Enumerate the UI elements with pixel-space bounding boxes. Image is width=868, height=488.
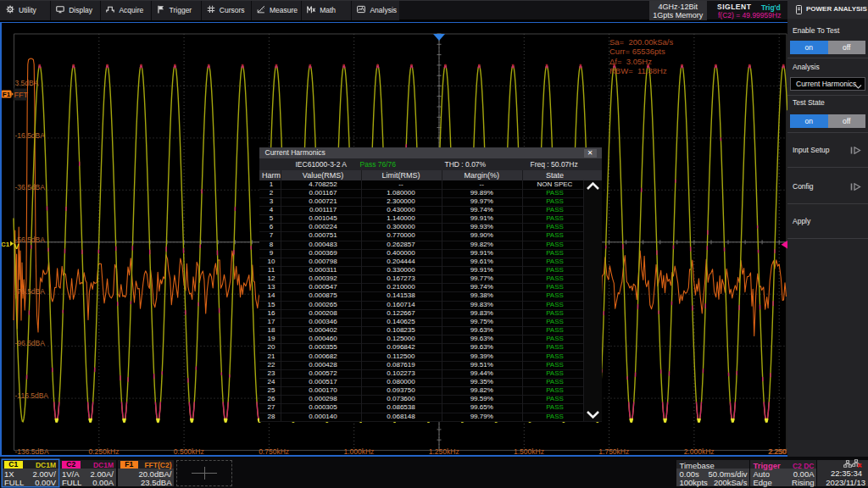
- svg-text:-76.5dBA: -76.5dBA: [15, 287, 46, 296]
- svg-text:Δf= 3.05Hz: Δf= 3.05Hz: [609, 57, 652, 66]
- svg-text:-116.5dBA: -116.5dBA: [15, 391, 49, 400]
- svg-text:Sa= 200.00kSa/s: Sa= 200.00kSa/s: [609, 37, 674, 47]
- svg-text:-56.5dBA: -56.5dBA: [15, 236, 46, 244]
- svg-text:-96.5dBA: -96.5dBA: [15, 339, 46, 347]
- svg-text:C1: C1: [1, 241, 10, 248]
- svg-text:F1: F1: [3, 91, 11, 98]
- svg-text:-16.5dBA: -16.5dBA: [15, 131, 46, 140]
- svg-text:RBW= 11.38Hz: RBW= 11.38Hz: [609, 66, 667, 75]
- svg-text:-36.5dBA: -36.5dBA: [15, 183, 46, 191]
- svg-text:V: V: [14, 242, 19, 251]
- svg-text:3.5dBA: 3.5dBA: [15, 79, 39, 87]
- svg-text:Curr= 65536pts: Curr= 65536pts: [609, 47, 665, 56]
- svg-text:FFT: FFT: [14, 91, 29, 99]
